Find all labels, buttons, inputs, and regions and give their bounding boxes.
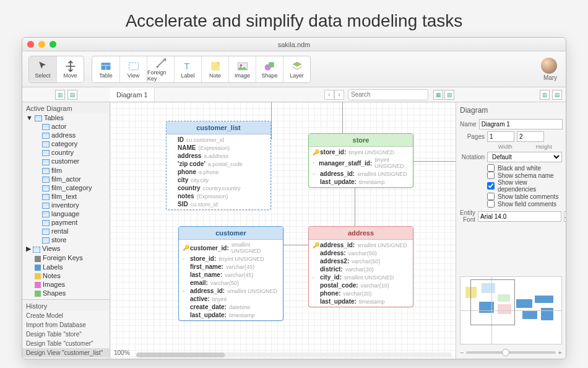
tree-table-actor[interactable]: actor [22,122,110,131]
entity-field[interactable]: ID cu.customer_id [166,136,270,144]
entity-header[interactable]: customer [179,227,283,240]
zoom-out-icon[interactable]: − [460,349,464,356]
tree-shapes[interactable]: Shapes [22,289,110,297]
checkbox[interactable] [487,182,495,190]
panel-toggle-1-icon[interactable]: ▥ [55,90,65,100]
option-show-field-comments[interactable]: Show field comments [487,200,562,208]
entity-field[interactable]: last_name: varchar(45) [179,271,283,279]
entity-field[interactable]: ◦address_id: smallint UNSIGNED [179,287,283,295]
entity-field[interactable]: 🔑store_id: tinyint UNSIGNED [309,148,413,156]
toolbar-note-button[interactable]: Note [201,56,228,82]
entity-field[interactable]: notes (Expression) [166,192,270,200]
tree-table-film_category[interactable]: film_category [22,183,110,192]
entity-field[interactable]: address: varchar(50) [309,249,413,257]
tree-table-customer[interactable]: customer [22,157,110,165]
font-picker-button[interactable]: ... [564,211,566,222]
history-item[interactable]: Import from Database [22,320,110,330]
minimap[interactable] [460,276,562,344]
tree-table-film_text[interactable]: film_text [22,192,110,201]
entity-customer_list[interactable]: customer_listID cu.customer_idNAME (Expr… [166,121,271,210]
entity-field[interactable]: last_update: timestamp [309,297,413,305]
search-input[interactable] [348,89,428,100]
toolbar-layer-button[interactable]: Layer [283,56,310,82]
entity-field[interactable]: phone a.phone [166,168,270,176]
checkbox[interactable] [487,193,495,200]
diagram-canvas[interactable]: customer_listID cu.customer_idNAME (Expr… [110,102,456,359]
panel-toggle-2-icon[interactable]: ▤ [67,90,77,100]
history-item[interactable]: Design Table "customer" [22,339,110,348]
tree-tables[interactable]: ▼ Tables [22,113,110,122]
entity-header[interactable]: address [309,227,413,240]
toolbar-move-button[interactable]: Move [56,56,84,82]
inspector-toggle-2-icon[interactable]: ▤ [552,90,562,100]
entity-field[interactable]: last_update: timestamp [309,178,413,186]
entity-field[interactable]: ◦store_id: tinyint UNSIGNED [179,255,283,263]
toolbar-view-button[interactable]: View [119,56,147,82]
tree-notes[interactable]: Notes [22,271,110,280]
pages-width-field[interactable] [487,131,514,142]
entity-field[interactable]: ◦address_id: smallint UNSIGNED [309,170,413,178]
history-item[interactable]: Design Table "store" [22,330,110,339]
entity-customer[interactable]: customer🔑customer_id: smallint UNSIGNED◦… [178,226,283,321]
view-mode-1-icon[interactable]: ▦ [433,90,443,100]
entity-field[interactable]: email: varchar(50) [179,279,283,287]
entity-header[interactable]: customer_list [166,121,270,134]
checkbox[interactable] [487,164,495,172]
view-mode-2-icon[interactable]: ▧ [444,90,454,100]
entity-field[interactable]: NAME (Expression) [166,144,270,152]
notation-select[interactable]: Default [487,152,562,162]
model-tree[interactable]: ▼ Tables actoraddresscategorycountrycust… [22,113,110,299]
tree-foreign-keys[interactable]: Foreign Keys [22,253,110,262]
entity-field[interactable]: 'zip code' a.postal_code [166,160,270,168]
toolbar-shape-button[interactable]: Shape [256,56,283,82]
tree-table-language[interactable]: language [22,209,110,218]
entity-store[interactable]: store🔑store_id: tinyint UNSIGNED◦manager… [308,133,413,188]
tree-table-store[interactable]: store [22,235,110,244]
checkbox[interactable] [487,172,495,179]
option-show-table-comments[interactable]: Show table comments [487,193,562,200]
entity-field[interactable]: 🔑address_id: smallint UNSIGNED [309,241,413,249]
toolbar-table-button[interactable]: Table [92,56,119,82]
pages-height-field[interactable] [517,131,544,142]
entity-field[interactable]: district: varchar(20) [309,265,413,273]
tree-table-category[interactable]: category [22,139,110,148]
tree-table-inventory[interactable]: inventory [22,201,110,209]
option-show-schema-name[interactable]: Show schema name [487,172,562,179]
entity-field[interactable]: address2: varchar(50) [309,257,413,265]
entity-font-field[interactable] [478,211,561,222]
toolbar-label-button[interactable]: TLabel [174,56,201,82]
toolbar-fkey-button[interactable]: Foreign Key [147,56,174,82]
entity-field[interactable]: 🔑customer_id: smallint UNSIGNED [179,241,283,255]
inspector-toggle-1-icon[interactable]: ▥ [540,90,550,100]
zoom-slider[interactable]: − + [460,349,562,356]
tree-images[interactable]: Images [22,280,110,289]
tree-table-film_actor[interactable]: film_actor [22,175,110,183]
entity-header[interactable]: store [309,134,413,147]
tree-views[interactable]: ▶ Views [22,244,110,253]
tree-labels[interactable]: Labels [22,263,110,271]
entity-field[interactable]: city city.city [166,176,270,184]
tree-table-address[interactable]: address [22,131,110,139]
toolbar-select-button[interactable]: Select [29,56,56,82]
entity-address[interactable]: address🔑address_id: smallint UNSIGNEDadd… [308,226,413,307]
tree-table-rental[interactable]: rental [22,227,110,235]
tree-table-country[interactable]: country [22,148,110,157]
avatar[interactable] [541,58,557,74]
history-item[interactable]: Design View "customer_list" [22,348,110,357]
name-field[interactable] [479,119,563,129]
zoom-in-icon[interactable]: + [558,349,562,356]
option-black-and-white[interactable]: Black and white [487,164,562,172]
entity-field[interactable]: create_date: datetime [179,303,283,311]
entity-field[interactable]: address a.address [166,152,270,160]
entity-field[interactable]: country country.country [166,184,270,192]
nav-next-button[interactable]: › [334,90,344,100]
diagram-tab[interactable]: Diagram 1 [110,87,155,102]
entity-field[interactable]: phone: varchar(20) [309,289,413,297]
entity-field[interactable]: ◦city_id: smallint UNSIGNED [309,273,413,281]
canvas-scrollbar[interactable] [136,353,452,357]
tree-table-payment[interactable]: payment [22,218,110,227]
entity-field[interactable]: SID cu.store_id [166,200,270,208]
entity-field[interactable]: active: tinyint [179,295,283,303]
toolbar-image-button[interactable]: Image [228,56,256,82]
entity-field[interactable]: last_update: timestamp [179,311,283,319]
